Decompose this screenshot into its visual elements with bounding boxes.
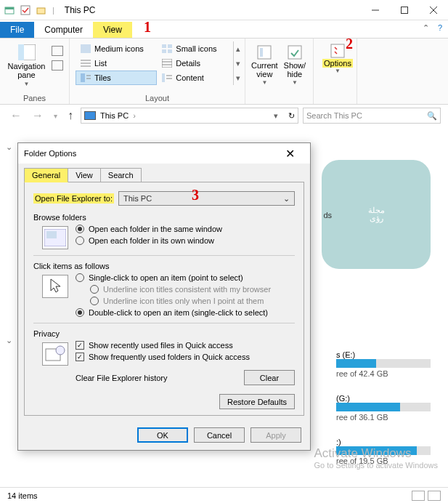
address-dropdown[interactable]: ▾: [271, 111, 281, 121]
privacy-freq-check[interactable]: ✓Show frequently used folders in Quick a…: [76, 353, 250, 361]
browse-folders-group: Browse folders Open each folder in the s…: [33, 213, 295, 249]
browse-same-radio[interactable]: Open each folder in the same window: [76, 225, 222, 233]
svg-rect-27: [258, 46, 271, 59]
details-pane-button[interactable]: [52, 60, 63, 71]
layout-list[interactable]: List: [76, 56, 157, 71]
layout-scroll-down[interactable]: ▾: [234, 56, 243, 71]
cancel-button[interactable]: Cancel: [194, 427, 245, 443]
tab-file[interactable]: File: [0, 22, 34, 38]
drive-free: ree of 42.4 GB: [336, 369, 431, 378]
underline-browser-radio: Underline icon titles consistent with my…: [90, 285, 271, 294]
drive-free: ree of 36.1 GB: [336, 413, 431, 422]
options-button[interactable]: Options ▼: [319, 41, 356, 76]
privacy-title: Privacy: [33, 329, 295, 338]
dialog-tab-search[interactable]: Search: [100, 168, 142, 182]
show-hide-button[interactable]: Show/ hide ▼: [282, 41, 307, 86]
browse-own-radio[interactable]: Open each folder in its own window: [76, 236, 222, 245]
dialog-tab-general[interactable]: General: [24, 168, 68, 182]
drive-label: :): [336, 438, 431, 446]
privacy-recent-check[interactable]: ✓Show recently used files in Quick acces…: [76, 341, 250, 350]
breadcrumb-chevron-icon[interactable]: ›: [133, 111, 136, 120]
recent-dropdown[interactable]: ▾: [51, 112, 60, 120]
minimize-button[interactable]: [361, 0, 390, 20]
ribbon-group-layout: Medium icons Small icons ▴ ▾ ▾ List Deta…: [70, 39, 245, 104]
layout-details[interactable]: Details: [157, 56, 230, 71]
window-controls: [361, 0, 448, 20]
double-click-radio[interactable]: Double-click to open an item (single-cli…: [76, 308, 271, 317]
restore-defaults-button[interactable]: Restore Defaults: [219, 394, 295, 409]
drive-bar-fill: [336, 446, 417, 455]
svg-rect-21: [81, 73, 85, 82]
layout-medium-icons[interactable]: Medium icons: [76, 41, 157, 56]
layout-small-icons[interactable]: Small icons: [157, 41, 230, 56]
svg-rect-18: [162, 59, 172, 68]
svg-rect-29: [288, 46, 301, 59]
tab-view[interactable]: View: [93, 22, 132, 38]
clear-button[interactable]: Clear: [244, 370, 295, 385]
item-count: 14 items: [7, 491, 38, 500]
navigation-pane-button[interactable]: Navigation pane ▼: [6, 41, 47, 87]
chevron-down-icon: ▼: [335, 68, 341, 74]
dialog-close-button[interactable]: ✕: [275, 147, 304, 161]
ribbon-tabstrip: File Computer View 1: [0, 20, 448, 38]
drive-e[interactable]: s (E:) ree of 42.4 GB: [336, 350, 431, 385]
single-click-radio[interactable]: Single-click to open an item (point to s…: [76, 273, 271, 282]
properties-icon[interactable]: [4, 5, 15, 15]
qa-separator: |: [52, 6, 54, 15]
tab-computer[interactable]: Computer: [34, 22, 93, 38]
ribbon-toggle-area: ⌃ ?: [423, 23, 442, 33]
up-button[interactable]: ↑: [65, 109, 76, 122]
help-icon[interactable]: ?: [438, 23, 442, 33]
svg-rect-2: [21, 6, 30, 15]
layout-scroll-up[interactable]: ▴: [234, 41, 243, 56]
layout-tiles[interactable]: Tiles: [76, 71, 157, 85]
group-title-panes: Panes: [6, 92, 63, 102]
dialog-tab-view[interactable]: View: [68, 168, 101, 182]
apply-button[interactable]: Apply: [251, 427, 301, 443]
browse-title: Browse folders: [33, 213, 295, 222]
layout-scroll: ▴ ▾ ▾: [233, 41, 239, 85]
breadcrumb-path[interactable]: This PC: [100, 111, 129, 120]
svg-rect-30: [331, 44, 344, 57]
refresh-button[interactable]: ↻: [288, 111, 295, 121]
navpane-icon: [18, 44, 36, 60]
browse-icon: [42, 226, 68, 249]
back-button[interactable]: ←: [7, 109, 25, 122]
address-bar[interactable]: This PC › ▾ ↻: [81, 108, 298, 124]
search-box[interactable]: Search This PC 🔍: [303, 108, 441, 124]
svg-rect-11: [162, 44, 166, 48]
tree-toggle-2[interactable]: ⌄: [6, 336, 12, 345]
folder-dropdown-icon[interactable]: [36, 5, 46, 15]
collapse-ribbon-icon[interactable]: ⌃: [423, 23, 429, 33]
close-button[interactable]: [419, 0, 448, 20]
dialog-tabs: General View Search: [24, 168, 304, 182]
svg-rect-3: [37, 8, 45, 14]
open-explorer-select[interactable]: This PC ⌄: [118, 191, 295, 206]
view-details-icon[interactable]: [412, 491, 425, 501]
folder-options-dialog: Folder Options ✕ General View Search Ope…: [17, 142, 311, 451]
click-icon: [42, 275, 68, 298]
svg-rect-13: [162, 49, 166, 53]
svg-rect-10: [81, 44, 91, 53]
maximize-button[interactable]: [390, 0, 419, 20]
ok-button[interactable]: OK: [137, 427, 188, 443]
annotation-1: 1: [144, 19, 151, 36]
privacy-icon: [42, 342, 68, 366]
forward-button[interactable]: →: [29, 109, 46, 122]
currentview-icon: [256, 44, 272, 60]
showhide-icon: [287, 44, 303, 60]
layout-scroll-more[interactable]: ▾: [234, 71, 243, 85]
preview-pane-button[interactable]: [52, 46, 63, 56]
options-label: Options: [322, 59, 353, 68]
layout-content[interactable]: Content: [157, 71, 230, 85]
tree-toggle-1[interactable]: ⌄: [6, 142, 12, 152]
checkbox-icon[interactable]: [20, 5, 30, 15]
drive-g[interactable]: (G:) ree of 36.1 GB: [336, 394, 431, 429]
current-view-button[interactable]: Current view ▼: [251, 41, 278, 86]
view-large-icon[interactable]: [428, 491, 441, 501]
dialog-body: Open File Explorer to: This PC ⌄ 3 Brows…: [24, 182, 304, 416]
navpane-label: Navigation pane: [8, 62, 46, 79]
drive-other[interactable]: :) ree of 19.5 GB: [336, 438, 431, 472]
dialog-title: Folder Options: [24, 149, 76, 158]
drive-label: s (E:): [336, 350, 431, 359]
